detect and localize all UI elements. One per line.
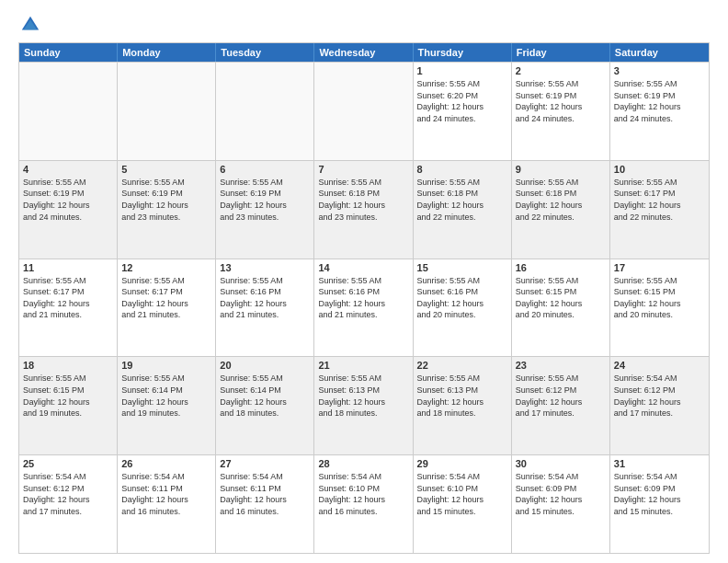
day-number: 28 [318, 458, 408, 469]
day-number: 9 [516, 164, 606, 175]
day-number: 14 [318, 262, 408, 273]
calendar-header-cell: Saturday [610, 43, 709, 62]
calendar-cell: 20Sunrise: 5:55 AM Sunset: 6:14 PM Dayli… [216, 357, 314, 454]
calendar-header-cell: Sunday [19, 43, 118, 62]
day-number: 30 [516, 458, 606, 469]
day-info: Sunrise: 5:55 AM Sunset: 6:17 PM Dayligh… [614, 177, 705, 223]
day-info: Sunrise: 5:54 AM Sunset: 6:11 PM Dayligh… [121, 471, 211, 517]
day-info: Sunrise: 5:54 AM Sunset: 6:12 PM Dayligh… [23, 471, 113, 517]
day-info: Sunrise: 5:55 AM Sunset: 6:18 PM Dayligh… [417, 177, 507, 223]
day-info: Sunrise: 5:54 AM Sunset: 6:09 PM Dayligh… [516, 471, 606, 517]
day-info: Sunrise: 5:55 AM Sunset: 6:19 PM Dayligh… [220, 177, 310, 223]
calendar-cell: 31Sunrise: 5:54 AM Sunset: 6:09 PM Dayli… [610, 455, 709, 553]
calendar-body: 1Sunrise: 5:55 AM Sunset: 6:20 PM Daylig… [19, 62, 709, 553]
calendar-cell: 28Sunrise: 5:54 AM Sunset: 6:10 PM Dayli… [314, 455, 413, 553]
calendar-cell: 16Sunrise: 5:55 AM Sunset: 6:15 PM Dayli… [512, 259, 610, 357]
calendar-cell: 12Sunrise: 5:55 AM Sunset: 6:17 PM Dayli… [118, 259, 216, 357]
calendar-cell: 5Sunrise: 5:55 AM Sunset: 6:19 PM Daylig… [118, 161, 216, 259]
day-number: 18 [23, 360, 113, 371]
day-number: 20 [220, 360, 310, 371]
calendar-cell: 1Sunrise: 5:55 AM Sunset: 6:20 PM Daylig… [414, 63, 512, 160]
calendar-cell: 21Sunrise: 5:55 AM Sunset: 6:13 PM Dayli… [314, 357, 413, 454]
day-number: 27 [220, 458, 310, 469]
calendar-cell: 30Sunrise: 5:54 AM Sunset: 6:09 PM Dayli… [512, 455, 610, 553]
page: SundayMondayTuesdayWednesdayThursdayFrid… [0, 0, 728, 563]
calendar-row: 18Sunrise: 5:55 AM Sunset: 6:15 PM Dayli… [19, 356, 709, 454]
day-info: Sunrise: 5:55 AM Sunset: 6:14 PM Dayligh… [220, 373, 310, 419]
day-number: 31 [614, 458, 705, 469]
day-number: 8 [417, 164, 507, 175]
day-number: 5 [121, 164, 211, 175]
calendar-cell: 10Sunrise: 5:55 AM Sunset: 6:17 PM Dayli… [610, 161, 709, 259]
day-number: 7 [318, 164, 408, 175]
calendar-cell: 13Sunrise: 5:55 AM Sunset: 6:16 PM Dayli… [216, 259, 314, 357]
day-number: 13 [220, 262, 310, 273]
calendar-header-cell: Wednesday [314, 43, 413, 62]
calendar-cell: 25Sunrise: 5:54 AM Sunset: 6:12 PM Dayli… [19, 455, 118, 553]
calendar-cell [314, 63, 413, 160]
logo [18, 15, 40, 35]
day-info: Sunrise: 5:55 AM Sunset: 6:16 PM Dayligh… [220, 275, 310, 321]
calendar-cell: 6Sunrise: 5:55 AM Sunset: 6:19 PM Daylig… [216, 161, 314, 259]
day-number: 21 [318, 360, 408, 371]
calendar-cell: 19Sunrise: 5:55 AM Sunset: 6:14 PM Dayli… [118, 357, 216, 454]
day-number: 16 [516, 262, 606, 273]
day-info: Sunrise: 5:55 AM Sunset: 6:19 PM Dayligh… [614, 78, 705, 124]
day-number: 26 [121, 458, 211, 469]
day-info: Sunrise: 5:55 AM Sunset: 6:15 PM Dayligh… [23, 373, 113, 419]
calendar-cell: 15Sunrise: 5:55 AM Sunset: 6:16 PM Dayli… [414, 259, 512, 357]
day-info: Sunrise: 5:55 AM Sunset: 6:19 PM Dayligh… [121, 177, 211, 223]
day-number: 1 [417, 65, 507, 76]
calendar-cell: 11Sunrise: 5:55 AM Sunset: 6:17 PM Dayli… [19, 259, 118, 357]
day-info: Sunrise: 5:55 AM Sunset: 6:18 PM Dayligh… [516, 177, 606, 223]
day-info: Sunrise: 5:55 AM Sunset: 6:13 PM Dayligh… [318, 373, 408, 419]
calendar-cell: 17Sunrise: 5:55 AM Sunset: 6:15 PM Dayli… [610, 259, 709, 357]
calendar-cell: 24Sunrise: 5:54 AM Sunset: 6:12 PM Dayli… [610, 357, 709, 454]
day-number: 4 [23, 164, 113, 175]
day-info: Sunrise: 5:55 AM Sunset: 6:15 PM Dayligh… [516, 275, 606, 321]
day-info: Sunrise: 5:55 AM Sunset: 6:15 PM Dayligh… [614, 275, 705, 321]
day-info: Sunrise: 5:55 AM Sunset: 6:14 PM Dayligh… [121, 373, 211, 419]
day-number: 23 [516, 360, 606, 371]
day-info: Sunrise: 5:55 AM Sunset: 6:16 PM Dayligh… [318, 275, 408, 321]
calendar-header-cell: Monday [118, 43, 216, 62]
day-info: Sunrise: 5:55 AM Sunset: 6:13 PM Dayligh… [417, 373, 507, 419]
day-number: 3 [614, 65, 705, 76]
day-number: 10 [614, 164, 705, 175]
calendar-cell: 14Sunrise: 5:55 AM Sunset: 6:16 PM Dayli… [314, 259, 413, 357]
calendar-cell [216, 63, 314, 160]
day-info: Sunrise: 5:55 AM Sunset: 6:18 PM Dayligh… [318, 177, 408, 223]
day-info: Sunrise: 5:55 AM Sunset: 6:19 PM Dayligh… [23, 177, 113, 223]
day-info: Sunrise: 5:54 AM Sunset: 6:10 PM Dayligh… [417, 471, 507, 517]
calendar-header-cell: Thursday [414, 43, 512, 62]
calendar: SundayMondayTuesdayWednesdayThursdayFrid… [18, 42, 710, 554]
day-info: Sunrise: 5:55 AM Sunset: 6:17 PM Dayligh… [23, 275, 113, 321]
calendar-cell: 27Sunrise: 5:54 AM Sunset: 6:11 PM Dayli… [216, 455, 314, 553]
calendar-cell: 7Sunrise: 5:55 AM Sunset: 6:18 PM Daylig… [314, 161, 413, 259]
calendar-header-cell: Friday [512, 43, 610, 62]
calendar-cell: 26Sunrise: 5:54 AM Sunset: 6:11 PM Dayli… [118, 455, 216, 553]
day-number: 25 [23, 458, 113, 469]
day-number: 2 [516, 65, 606, 76]
calendar-cell: 3Sunrise: 5:55 AM Sunset: 6:19 PM Daylig… [610, 63, 709, 160]
calendar-cell [118, 63, 216, 160]
calendar-row: 4Sunrise: 5:55 AM Sunset: 6:19 PM Daylig… [19, 160, 709, 259]
day-info: Sunrise: 5:55 AM Sunset: 6:19 PM Dayligh… [516, 78, 606, 124]
day-number: 6 [220, 164, 310, 175]
day-number: 17 [614, 262, 705, 273]
calendar-cell: 9Sunrise: 5:55 AM Sunset: 6:18 PM Daylig… [512, 161, 610, 259]
day-number: 29 [417, 458, 507, 469]
day-info: Sunrise: 5:54 AM Sunset: 6:12 PM Dayligh… [614, 373, 705, 419]
calendar-cell: 8Sunrise: 5:55 AM Sunset: 6:18 PM Daylig… [414, 161, 512, 259]
calendar-cell: 4Sunrise: 5:55 AM Sunset: 6:19 PM Daylig… [19, 161, 118, 259]
logo-icon [20, 15, 40, 35]
day-info: Sunrise: 5:55 AM Sunset: 6:20 PM Dayligh… [417, 78, 507, 124]
day-number: 12 [121, 262, 211, 273]
calendar-header-cell: Tuesday [216, 43, 314, 62]
day-info: Sunrise: 5:55 AM Sunset: 6:17 PM Dayligh… [121, 275, 211, 321]
calendar-header: SundayMondayTuesdayWednesdayThursdayFrid… [19, 43, 709, 62]
calendar-cell [19, 63, 118, 160]
calendar-cell: 2Sunrise: 5:55 AM Sunset: 6:19 PM Daylig… [512, 63, 610, 160]
day-number: 22 [417, 360, 507, 371]
day-number: 15 [417, 262, 507, 273]
